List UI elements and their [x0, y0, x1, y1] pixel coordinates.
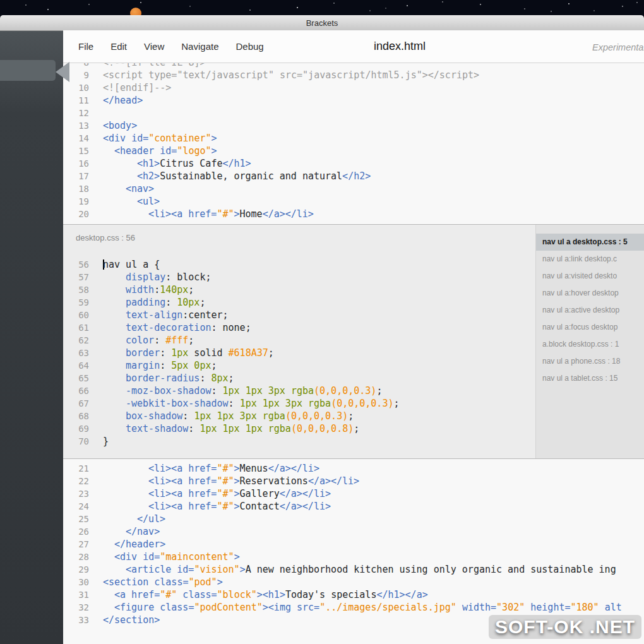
code-token: href= — [126, 589, 160, 600]
code-token: id= — [137, 551, 160, 563]
line-number: 22 — [63, 475, 89, 487]
code-line[interactable]: 27</header> — [63, 538, 644, 551]
rule-list-item[interactable]: nav ul a:hover desktop — [536, 285, 644, 302]
code-token: src= — [291, 602, 319, 613]
code-line[interactable]: 13<body> — [63, 119, 644, 132]
code-token: ; — [211, 360, 217, 371]
code-text: <div id="maincontent"> — [103, 551, 240, 563]
code-token: (0,0,0,0.3) — [331, 398, 393, 409]
editor-bottom-lines: 21<li><a href="#">Menus</a></li>22<li><a… — [63, 459, 644, 626]
code-token: box-shadow — [126, 410, 182, 422]
code-line[interactable]: 63border: 1px solid #618A37; — [63, 347, 535, 359]
code-line[interactable]: 70} — [63, 435, 535, 448]
code-token: : — [160, 360, 171, 371]
menu-item-file[interactable]: File — [78, 41, 93, 52]
code-line[interactable]: 15<header id="logo"> — [63, 145, 644, 157]
code-line[interactable]: 28<div id="maincontent"> — [63, 551, 644, 563]
code-line[interactable]: 66-moz-box-shadow: 1px 1px 3px rgba(0,0,… — [63, 385, 535, 397]
code-text: <a href="#" class="block"><h1>Today's sp… — [103, 588, 428, 601]
code-line[interactable]: 19<ul> — [63, 195, 644, 208]
code-editor[interactable]: 8<!--[if lte IE 8]>9<script type="text/j… — [63, 63, 644, 644]
menu-item-view[interactable]: View — [144, 41, 164, 52]
rule-list-item[interactable]: nav ul a:active desktop — [536, 302, 644, 319]
code-token: "../images/specials.jpg" — [319, 602, 456, 613]
code-token: "#" — [160, 589, 177, 600]
code-line[interactable]: 61text-decoration: none; — [63, 321, 535, 334]
code-line[interactable]: 25</ul> — [63, 513, 644, 525]
code-token: : block; — [165, 271, 211, 283]
code-text: text-decoration: none; — [103, 321, 251, 334]
menu-item-debug[interactable]: Debug — [236, 41, 263, 52]
code-line[interactable]: 30<section class="pod"> — [63, 576, 644, 588]
code-line[interactable]: 64margin: 5px 0px; — [63, 359, 535, 372]
rule-list-item[interactable]: nav ul a phone.css : 18 — [536, 353, 644, 370]
code-line[interactable]: 65border-radius: 8px; — [63, 372, 535, 385]
code-line[interactable]: 67-webkit-box-shadow: 1px 1px 3px rgba(0… — [63, 397, 535, 410]
code-line[interactable]: 12 — [63, 107, 644, 119]
collapse-sidebar-arrow-icon[interactable] — [56, 62, 69, 82]
rule-list-item[interactable]: nav ul a:visited deskto — [536, 268, 644, 285]
code-line[interactable]: 16<h1>Citrus Cafe</h1> — [63, 157, 644, 170]
code-token: 10px — [177, 297, 200, 308]
rule-list-item[interactable]: nav ul a desktop.css : 5 — [536, 234, 644, 251]
code-line[interactable]: 24<li><a href="#">Contact</a></li> — [63, 500, 644, 513]
code-token: :center; — [182, 309, 228, 321]
code-token: : — [229, 398, 240, 409]
code-token: "maincontent" — [160, 551, 234, 563]
code-line[interactable]: 59padding: 10px; — [63, 296, 535, 309]
code-line[interactable]: 60text-align:center; — [63, 309, 535, 321]
line-number: 33 — [63, 614, 89, 626]
code-line[interactable]: 31<a href="#" class="block"><h1>Today's … — [63, 588, 644, 601]
css-rule-list[interactable]: nav ul a desktop.css : 5nav ul a:link de… — [535, 225, 644, 458]
code-token: : — [188, 423, 200, 434]
code-token: -moz-box-shadow — [126, 385, 211, 397]
menu-item-edit[interactable]: Edit — [110, 41, 127, 52]
code-token: width — [126, 284, 154, 295]
code-line[interactable]: 9<script type="text/javascript" src="jav… — [63, 69, 644, 81]
rule-list-item[interactable]: nav ul a tablet.css : 15 — [536, 370, 644, 387]
menu-item-navigate[interactable]: Navigate — [181, 41, 218, 52]
rule-list-item[interactable]: nav ul a:link desktop.c — [536, 251, 644, 268]
code-line[interactable]: 29<article id="vision">A new neighborhoo… — [63, 563, 644, 576]
code-token: (0,0,0,0.8) — [291, 423, 354, 434]
code-line[interactable]: 17<h2>Sustainable, organic and natural</… — [63, 170, 644, 182]
code-text: <article id="vision">A new neighborhood … — [103, 563, 616, 576]
code-line[interactable]: 14<div id="container"> — [63, 132, 644, 145]
code-line[interactable]: 32<figure class="podContent"><img src=".… — [63, 601, 644, 614]
code-line[interactable]: 21<li><a href="#">Menus</a></li> — [63, 462, 644, 475]
watermark: SOFT-OK .NET — [489, 615, 641, 639]
code-line[interactable]: 62color: #fff; — [63, 334, 535, 347]
code-line[interactable]: 22<li><a href="#">Reservations</a></li> — [63, 475, 644, 487]
code-token: > — [234, 551, 240, 563]
code-token: "container" — [148, 133, 211, 144]
code-text: color: #fff; — [103, 334, 194, 347]
code-token: 1px 1px 3px rgba — [223, 385, 314, 397]
code-line[interactable]: 58width:140px; — [63, 283, 535, 296]
code-line[interactable]: 56nav ul a { — [63, 258, 535, 271]
code-line[interactable]: 10<![endif]--> — [63, 81, 644, 94]
window-title-bar[interactable]: Brackets — [0, 15, 644, 31]
code-line[interactable]: 20<li><a href="#">Home</a></li> — [63, 208, 644, 220]
code-token: class= — [148, 576, 188, 588]
code-line[interactable]: 23<li><a href="#">Gallery</a></li> — [63, 487, 644, 500]
code-line[interactable]: 57display: block; — [63, 271, 535, 283]
code-line[interactable]: 11</head> — [63, 94, 644, 107]
code-token: 1px 1px 1px rgba — [200, 423, 291, 434]
code-token: height= — [525, 602, 570, 613]
rule-list-item[interactable]: nav ul a:focus desktop — [536, 319, 644, 336]
line-number: 31 — [63, 588, 89, 601]
inline-css-lines[interactable]: 56nav ul a {57display: block;58width:140… — [63, 258, 535, 448]
code-line[interactable]: 69text-shadow: 1px 1px 1px rgba(0,0,0,0.… — [63, 422, 535, 435]
code-token: > — [234, 501, 239, 512]
code-token: </nav> — [126, 526, 160, 537]
rule-list-item[interactable]: a.block desktop.css : 1 — [536, 336, 644, 353]
code-line[interactable]: 68box-shadow: 1px 1px 3px rgba(0,0,0,0.3… — [63, 410, 535, 422]
code-token: > — [234, 463, 239, 474]
code-line[interactable]: 18<nav> — [63, 182, 644, 195]
code-line[interactable]: 8<!--[if lte IE 8]> — [63, 63, 644, 69]
inline-editor-panel[interactable]: desktop.css : 56 56nav ul a {57display: … — [63, 224, 644, 459]
code-line[interactable]: 26</nav> — [63, 525, 644, 538]
code-token: <h1> — [137, 158, 160, 169]
editor-top-section[interactable]: 8<!--[if lte IE 8]>9<script type="text/j… — [63, 63, 644, 224]
editor-top-lines: 8<!--[if lte IE 8]>9<script type="text/j… — [63, 63, 644, 220]
